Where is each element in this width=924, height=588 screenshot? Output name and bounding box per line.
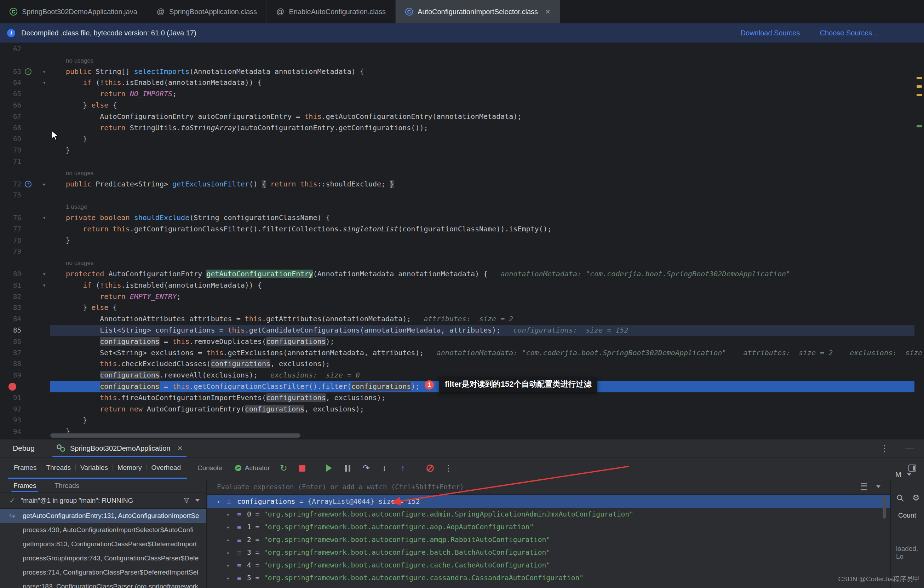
- pause-icon[interactable]: [343, 463, 352, 473]
- resume-icon[interactable]: [325, 463, 334, 473]
- thread-selector[interactable]: ✓ "main"@1 in group "main": RUNNING: [0, 492, 206, 509]
- view-label-threads[interactable]: Threads: [41, 464, 75, 472]
- code-text: 1 usage: [66, 201, 87, 212]
- memory-tab-cut[interactable]: M: [895, 471, 911, 479]
- tab-actuator[interactable]: Actuator: [235, 464, 270, 472]
- chevron-down-icon[interactable]: [195, 499, 200, 502]
- tab-console[interactable]: Console: [198, 464, 222, 472]
- fold-chevron-right-icon[interactable]: ▸: [43, 179, 46, 190]
- element-icon: ≡: [237, 534, 241, 546]
- chevron-right-icon[interactable]: ▸: [227, 572, 230, 585]
- stack-frame-row[interactable]: getImports:813, ConfigurationClassParser…: [0, 537, 206, 551]
- tab-label: SpringBootApplication.class: [169, 8, 257, 16]
- debug-tool-window: Debug SpringBoot302DemoApplication × ⋮ —…: [0, 439, 924, 588]
- stack-frame-row[interactable]: parse:183, ConfigurationClassParser (org…: [0, 580, 206, 588]
- count-label[interactable]: Count: [898, 512, 916, 519]
- variables-panel: Evaluate expression (Enter) or add a wat…: [207, 479, 890, 588]
- overrides-marker-icon[interactable]: ↑: [25, 181, 31, 188]
- horizontal-scrollbar[interactable]: [50, 433, 300, 438]
- chevron-right-icon[interactable]: ▸: [227, 534, 230, 546]
- step-into-icon[interactable]: ↓: [380, 463, 389, 473]
- editor-tab-4[interactable]: CAutoConfigurationImportSelector.class×: [396, 0, 560, 23]
- code-line-72: 72↑▸public Predicate<String> getExclusio…: [0, 179, 924, 190]
- frame-icon: ↪: [9, 509, 15, 523]
- editor-tab-2[interactable]: @SpringBootApplication.class: [147, 0, 267, 23]
- download-sources-link[interactable]: Download Sources: [741, 29, 800, 37]
- stack-frame-row[interactable]: ↪getAutoConfigurationEntry:131, AutoConf…: [0, 509, 206, 523]
- rerun-icon[interactable]: ↻: [279, 463, 288, 473]
- stack-frame-row[interactable]: processGroupImports:743, ConfigurationCl…: [0, 551, 206, 565]
- watch-settings-icon[interactable]: [861, 483, 867, 490]
- watch-label: configurations = {ArrayList@4044} size =…: [237, 495, 420, 508]
- vertical-scrollbar[interactable]: [883, 496, 886, 519]
- chevron-right-icon[interactable]: ▸: [227, 508, 230, 521]
- code-line-63: 63↑▾public String[] selectImports(Annota…: [0, 66, 924, 77]
- kebab-menu-icon[interactable]: ⋮: [880, 443, 889, 453]
- usages-inlay-hint[interactable]: no usages: [66, 170, 93, 176]
- code-line-78: 78}: [0, 235, 924, 246]
- more-actions-icon[interactable]: ⋮: [444, 463, 453, 473]
- fold-chevron-down-icon[interactable]: ▾: [43, 66, 46, 77]
- stack-frame-row[interactable]: process:430, AutoConfigurationImportSele…: [0, 523, 206, 537]
- array-element-row[interactable]: ▸≡4 = "org.springframework.boot.autoconf…: [207, 559, 890, 572]
- view-label-variables[interactable]: Variables: [76, 464, 112, 472]
- tab-threads[interactable]: Threads: [54, 479, 79, 492]
- debug-session-tab[interactable]: SpringBoot302DemoApplication ×: [50, 440, 189, 457]
- evaluate-expression-input[interactable]: Evaluate expression (Enter) or add a wat…: [207, 479, 890, 494]
- frame-label: getAutoConfigurationEntry:131, AutoConfi…: [23, 512, 199, 519]
- chevron-right-icon[interactable]: ▸: [227, 559, 230, 572]
- tab-frames[interactable]: Frames: [13, 479, 36, 492]
- code-text: AnnotationAttributes attributes = this.g…: [66, 313, 513, 325]
- ide-window: CSpringBoot302DemoApplication.java@Sprin…: [0, 0, 924, 588]
- close-icon[interactable]: ×: [545, 7, 550, 16]
- filter-icon[interactable]: [183, 497, 190, 504]
- line-number: 63: [0, 66, 21, 77]
- array-element-row[interactable]: ▸≡5 = "org.springframework.boot.autoconf…: [207, 572, 890, 585]
- toolbar-separator: [416, 464, 416, 472]
- array-element-row[interactable]: ▸≡1 = "org.springframework.boot.autoconf…: [207, 521, 890, 534]
- fold-chevron-down-icon[interactable]: ▾: [43, 268, 46, 280]
- watch-row-configurations[interactable]: ▾≡configurations = {ArrayList@4044} size…: [207, 495, 890, 508]
- array-element-row[interactable]: ▸≡2 = "org.springframework.boot.autoconf…: [207, 534, 890, 546]
- search-icon[interactable]: [896, 494, 904, 502]
- chevron-right-icon[interactable]: ▸: [227, 521, 230, 534]
- step-out-icon[interactable]: ↑: [398, 463, 408, 473]
- code-line-88: 88 this.checkExcludedClasses(configurati…: [0, 358, 924, 370]
- chevron-down-icon[interactable]: [876, 486, 881, 488]
- array-element-row-partial[interactable]: ▸≡: [207, 585, 890, 588]
- frame-label: getImports:813, ConfigurationClassParser…: [23, 540, 197, 548]
- editor-tab-3[interactable]: @EnableAutoConfiguration.class: [267, 0, 396, 23]
- gear-icon[interactable]: ⚙: [912, 493, 920, 503]
- fold-chevron-down-icon[interactable]: ▾: [43, 212, 46, 224]
- usages-inlay-hint[interactable]: no usages: [66, 57, 93, 64]
- breakpoint-icon[interactable]: [8, 383, 16, 390]
- chevron-right-icon[interactable]: ▸: [227, 585, 230, 588]
- view-label-overhead[interactable]: Overhead: [147, 464, 185, 472]
- editor-tab-1[interactable]: CSpringBoot302DemoApplication.java: [0, 0, 147, 23]
- stop-icon[interactable]: [297, 463, 307, 473]
- close-icon[interactable]: ×: [177, 444, 182, 453]
- usages-inlay-hint[interactable]: no usages: [66, 260, 93, 267]
- usages-inlay-hint[interactable]: 1 usage: [66, 203, 87, 210]
- chevron-down-icon[interactable]: ▾: [217, 495, 220, 508]
- chevron-down-icon: [907, 473, 911, 476]
- choose-sources-link[interactable]: Choose Sources...: [820, 29, 878, 37]
- step-over-icon[interactable]: ↷: [361, 463, 371, 473]
- view-label-memory[interactable]: Memory: [113, 464, 147, 472]
- stack-frame-row[interactable]: process:714, ConfigurationClassParser$De…: [0, 565, 206, 580]
- array-element-row[interactable]: ▸≡0 = "org.springframework.boot.autoconf…: [207, 508, 890, 521]
- chevron-right-icon[interactable]: ▸: [227, 546, 230, 559]
- fold-chevron-down-icon[interactable]: ▾: [43, 280, 46, 291]
- view-label-frames[interactable]: Frames: [9, 464, 41, 472]
- array-element-row[interactable]: ▸≡3 = "org.springframework.boot.autoconf…: [207, 546, 890, 559]
- line-number: 70: [0, 145, 21, 156]
- code-text: public Predicate<String> getExclusionFil…: [66, 179, 394, 190]
- mute-breakpoints-icon[interactable]: [426, 463, 435, 473]
- implements-marker-icon[interactable]: ↑: [25, 68, 31, 75]
- code-line-62: 62: [0, 43, 924, 55]
- fold-chevron-down-icon[interactable]: ▾: [43, 77, 46, 89]
- minimize-icon[interactable]: —: [905, 443, 914, 453]
- tab-threads-variables[interactable]: Frames Threads Variables Memory Overhead: [8, 458, 187, 479]
- run-config-icon: [57, 445, 66, 452]
- element-icon: ≡: [237, 508, 241, 521]
